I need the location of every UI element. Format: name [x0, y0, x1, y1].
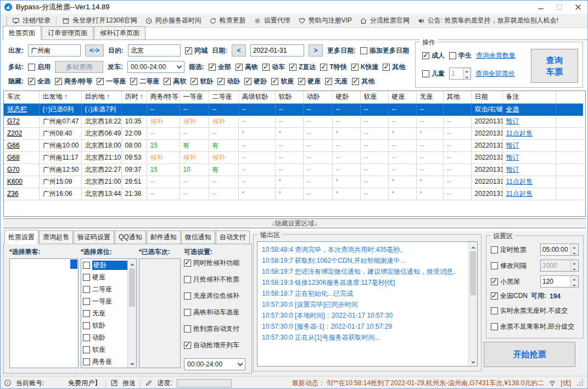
- checkbox[interactable]: [97, 78, 104, 85]
- checkbox[interactable]: [184, 276, 191, 283]
- checkbox[interactable]: [83, 262, 90, 269]
- depart-time-combo[interactable]: 00:00-24:00: [127, 61, 184, 73]
- train-number-cell[interactable]: 状态栏: [4, 103, 39, 115]
- checkbox[interactable]: [83, 286, 90, 293]
- checkbox-item[interactable]: 硬卧: [83, 261, 127, 270]
- prev-date-button[interactable]: <: [232, 44, 246, 57]
- main-tab-2[interactable]: 候补订单页面: [94, 26, 145, 40]
- spin-up-icon[interactable]: [571, 260, 578, 266]
- maximize-button[interactable]: [550, 1, 569, 14]
- checkbox-item[interactable]: 小黑屋: [491, 277, 520, 286]
- checkbox-item[interactable]: 商务/特等: [55, 77, 92, 86]
- checkbox-item[interactable]: 动卧: [217, 77, 240, 86]
- checkbox-item[interactable]: 无座: [83, 309, 127, 318]
- main-tab-1[interactable]: 订单管理页面: [42, 26, 93, 40]
- checkbox[interactable]: [184, 325, 191, 332]
- checkbox-item[interactable]: T特快: [320, 63, 346, 72]
- add-more-dates-checkbox[interactable]: 添加更多日期: [360, 46, 409, 55]
- toolbar-official-site[interactable]: 分流抢票官网: [360, 16, 410, 25]
- checkbox-item[interactable]: 其他: [383, 63, 405, 72]
- checkbox-item[interactable]: 实时余票无座时,不提交: [491, 306, 568, 315]
- date-input[interactable]: [250, 44, 304, 57]
- scroll-up-icon[interactable]: [128, 259, 136, 267]
- checkbox-item[interactable]: 软座: [271, 77, 294, 86]
- checkbox[interactable]: [83, 358, 90, 365]
- checkbox-item[interactable]: 高铁: [236, 63, 258, 72]
- toolbar-sponsor-vip[interactable]: 赞助与注册VIP: [298, 16, 352, 25]
- checkbox[interactable]: [184, 260, 191, 267]
- checkbox-item[interactable]: 全选: [28, 77, 51, 86]
- grab-time-combo[interactable]: 00:00-24:00: [184, 358, 245, 370]
- push-label[interactable]: 推送: [122, 379, 136, 388]
- checkbox[interactable]: [491, 278, 498, 285]
- column-header[interactable]: 目的地 ↑: [81, 91, 121, 103]
- remark-cell[interactable]: 11点起售: [502, 188, 556, 200]
- checkbox[interactable]: [83, 298, 90, 305]
- train-number-cell[interactable]: K600: [4, 176, 39, 188]
- checkbox-item[interactable]: 一等座: [97, 77, 126, 86]
- remark-cell[interactable]: 预订: [502, 151, 556, 164]
- seat-scrollbar[interactable]: [127, 259, 136, 368]
- remark-cell[interactable]: 预订: [502, 115, 556, 127]
- scrollbar-thumb[interactable]: [129, 268, 135, 307]
- checkbox[interactable]: [320, 64, 327, 71]
- spin-down-icon[interactable]: [463, 74, 471, 79]
- settings-tab-6[interactable]: 自动支付: [216, 230, 250, 244]
- checkbox[interactable]: [164, 78, 171, 85]
- checkbox-item[interactable]: 软卧: [83, 321, 127, 330]
- column-header[interactable]: 高级软卧: [238, 91, 275, 103]
- checkbox-item[interactable]: 自动抢增开列车: [184, 341, 250, 350]
- checkbox-item[interactable]: 只抢候补不抢票: [184, 275, 250, 284]
- settings-tab-3[interactable]: QQ通知: [115, 230, 146, 244]
- checkbox[interactable]: [83, 274, 90, 281]
- train-number-cell[interactable]: G66: [4, 139, 39, 151]
- checkbox[interactable]: [184, 342, 191, 349]
- scroll-up-icon[interactable]: [469, 242, 477, 250]
- checkbox-item[interactable]: 修改间隔: [491, 261, 527, 270]
- column-header[interactable]: 动卧: [303, 91, 332, 103]
- remark-cell[interactable]: 11点起售: [502, 127, 556, 139]
- settings-tab-1[interactable]: 查询起售: [39, 230, 73, 244]
- seat-listbox[interactable]: 硬卧硬座二等座一等座无座软卧动卧软座商务座特等座: [81, 258, 137, 368]
- dest-input[interactable]: [128, 44, 181, 57]
- student-checkbox[interactable]: 学生: [449, 51, 472, 60]
- train-number-cell[interactable]: G70: [4, 164, 39, 176]
- checkbox[interactable]: [360, 47, 367, 54]
- settings-stepper[interactable]: [540, 275, 579, 287]
- checkbox[interactable]: [130, 78, 137, 85]
- checkbox[interactable]: [325, 78, 332, 85]
- settings-stepper[interactable]: [540, 260, 579, 272]
- checkbox-item[interactable]: 二等座: [130, 77, 159, 86]
- checkbox-item[interactable]: 商务座: [83, 357, 127, 367]
- remark-cell[interactable]: 全选: [502, 103, 556, 115]
- cdn-checkbox[interactable]: 全国CDN: [491, 291, 528, 301]
- column-header[interactable]: 其他: [443, 91, 471, 103]
- checkbox[interactable]: [83, 322, 90, 329]
- passenger-listbox[interactable]: [9, 258, 79, 368]
- column-header[interactable]: 二等座: [209, 91, 238, 103]
- output-scrollbar[interactable]: [468, 242, 477, 366]
- checkbox[interactable]: [55, 78, 62, 85]
- train-number-cell[interactable]: Z36: [4, 188, 39, 200]
- checkbox[interactable]: [271, 78, 278, 85]
- close-button[interactable]: [569, 1, 587, 14]
- scroll-down-icon[interactable]: [469, 358, 477, 366]
- settings-tab-5[interactable]: 微信通知: [181, 230, 215, 244]
- output-log[interactable]: 10:58:48:4 查询完毕，本次查询共用时:435毫秒。10:58:19:7…: [257, 241, 478, 367]
- checkbox[interactable]: [83, 334, 90, 341]
- swap-button[interactable]: <->: [85, 44, 104, 57]
- checkbox[interactable]: [185, 47, 192, 54]
- column-header[interactable]: 日期: [471, 91, 502, 103]
- remark-cell[interactable]: 11点起售: [502, 176, 556, 188]
- checkbox[interactable]: [298, 78, 305, 85]
- checkbox-item[interactable]: 动卧: [83, 333, 127, 342]
- checkbox-item[interactable]: 高软: [164, 77, 186, 86]
- next-date-button[interactable]: >: [309, 44, 323, 57]
- column-header[interactable]: 备注: [502, 91, 556, 103]
- stepper-input[interactable]: [541, 260, 570, 271]
- checkbox-item[interactable]: 软座: [83, 345, 127, 354]
- start-grabbing-button[interactable]: 开始抢票: [484, 342, 575, 367]
- stepper-input[interactable]: [541, 276, 570, 287]
- checkbox-item[interactable]: 软卧: [191, 77, 213, 86]
- hide-settings-separator[interactable]: ↓隐藏设置区域↓: [3, 218, 586, 229]
